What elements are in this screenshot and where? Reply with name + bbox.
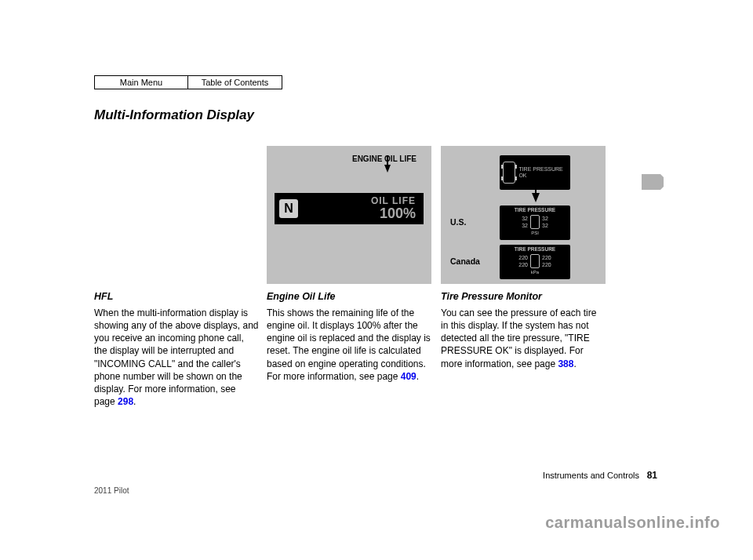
engine-oil-page-link[interactable]: 409 <box>401 371 417 382</box>
hfl-text: When the multi-information display is sh… <box>94 307 258 407</box>
engine-oil-paragraph: This shows the remaining life of the eng… <box>267 307 431 383</box>
arrow-down-icon <box>384 165 391 173</box>
psi-fr: 32 <box>542 215 548 222</box>
tire-pressure-figure: TIRE PRESSURE OK U.S. TIRE PRESSURE 32 3… <box>441 146 606 284</box>
oil-life-value: 100% <box>380 204 416 223</box>
car-icon <box>530 254 540 268</box>
kpa-fr: 220 <box>542 254 551 261</box>
footer-section: Instruments and Controls <box>543 470 639 482</box>
column-hfl: HFL When the multi-information display i… <box>94 146 259 414</box>
tire-paragraph: You can see the pressure of each tire in… <box>441 307 606 370</box>
side-tab <box>642 174 660 190</box>
tire-kpa-heading: TIRE PRESSURE <box>500 245 570 253</box>
footer-date: 2011 Pilot <box>94 485 129 496</box>
region-ca-label: Canada <box>450 256 493 267</box>
kpa-rr: 220 <box>542 261 551 268</box>
psi-rl: 32 <box>522 222 528 229</box>
tire-heading: Tire Pressure Monitor <box>441 290 606 304</box>
toc-button[interactable]: Table of Contents <box>188 75 282 89</box>
kpa-unit: kPa <box>500 269 570 275</box>
footer-page-number: 81 <box>647 469 657 482</box>
hfl-page-link[interactable]: 298 <box>118 396 133 407</box>
hfl-heading: HFL <box>94 290 259 304</box>
tire-suffix: . <box>573 358 576 369</box>
tire-page-link[interactable]: 388 <box>558 358 573 369</box>
tire-ok-panel: TIRE PRESSURE OK <box>500 155 570 190</box>
tire-psi-heading: TIRE PRESSURE <box>500 205 570 214</box>
lcd-bar: N OIL LIFE 100% <box>275 193 424 224</box>
engine-oil-figure-label: ENGINE OIL LIFE <box>341 154 427 165</box>
engine-oil-heading: Engine Oil Life <box>267 290 431 304</box>
engine-oil-suffix: . <box>417 371 419 382</box>
watermark: carmanualsonline.info <box>545 512 720 533</box>
engine-oil-figure: ENGINE OIL LIFE N OIL LIFE 100% <box>267 146 431 284</box>
column-tire: TIRE PRESSURE OK U.S. TIRE PRESSURE 32 3… <box>441 146 606 376</box>
page-title: Multi-Information Display <box>94 107 254 125</box>
hfl-suffix: . <box>133 396 136 407</box>
psi-fl: 32 <box>522 215 528 222</box>
car-icon <box>530 215 540 229</box>
column-oil: ENGINE OIL LIFE N OIL LIFE 100% Engine O… <box>267 146 431 389</box>
psi-unit: PSI <box>500 230 570 236</box>
hfl-paragraph: When the multi-information display is sh… <box>94 307 259 409</box>
tire-kpa-panel: TIRE PRESSURE 220 220 220 220 kPa <box>500 245 570 279</box>
tire-psi-panel: TIRE PRESSURE 32 32 32 32 PSI <box>500 205 570 240</box>
region-us-label: U.S. <box>450 216 493 227</box>
kpa-fl: 220 <box>518 254 528 261</box>
kpa-rl: 220 <box>518 261 528 268</box>
tire-ok-text: TIRE PRESSURE OK <box>518 166 567 178</box>
main-menu-button[interactable]: Main Menu <box>94 75 188 89</box>
gear-indicator: N <box>279 199 298 218</box>
car-icon <box>503 162 515 184</box>
arrow-down-icon <box>532 193 540 202</box>
psi-rr: 32 <box>542 222 548 229</box>
